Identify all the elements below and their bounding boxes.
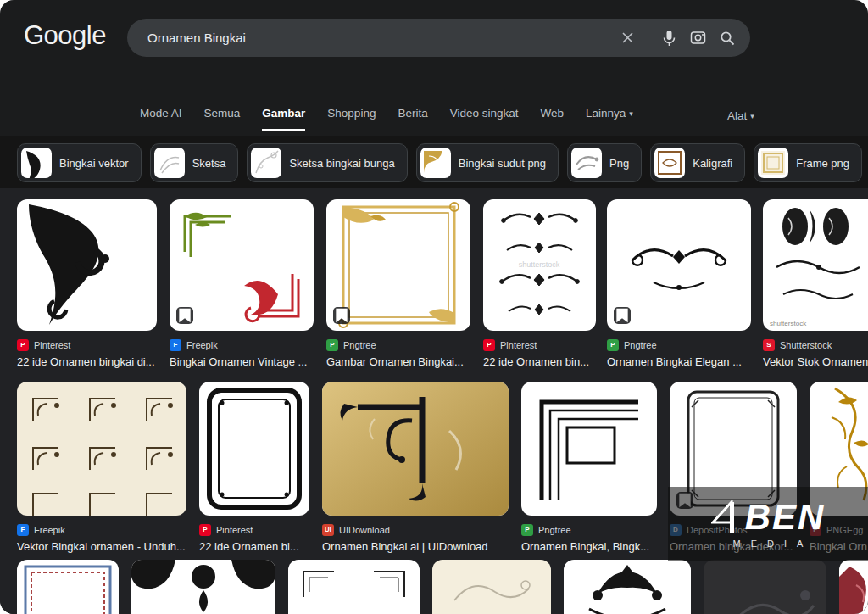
search-submit-button[interactable] <box>720 31 735 46</box>
search-bar[interactable]: Ornamen Bingkai <box>127 19 750 57</box>
source-name: Pngtree <box>343 340 376 350</box>
image-result-partial[interactable] <box>432 560 551 614</box>
save-badge-icon[interactable] <box>333 307 350 324</box>
image-result[interactable]: P Pngtree Ornamen Bingkai Elegan ... <box>607 199 751 368</box>
tab-semua[interactable]: Semua <box>204 107 241 129</box>
result-source[interactable]: S Shutterstock <box>763 338 868 351</box>
tab-lainnya[interactable]: Lainnya▾ <box>586 107 633 129</box>
save-badge-icon[interactable] <box>176 307 193 324</box>
filter-chip-sketsa[interactable]: Sketsa <box>150 143 239 182</box>
result-thumbnail[interactable] <box>131 560 275 614</box>
result-source[interactable]: P Pinterest <box>17 338 157 351</box>
tab-berita[interactable]: Berita <box>398 107 427 129</box>
result-thumbnail[interactable] <box>521 382 657 516</box>
result-thumbnail[interactable] <box>199 382 309 516</box>
image-result[interactable]: shutterstock P Pinterest 22 ide Ornamen … <box>483 199 596 368</box>
filter-chip-kaligrafi[interactable]: Kaligrafi <box>650 143 745 182</box>
result-thumbnail[interactable] <box>17 560 119 614</box>
image-result[interactable]: UI UIDownload Ornamen Bingkai ai | UIDow… <box>322 382 509 553</box>
result-source[interactable]: P Pngtree <box>607 338 751 351</box>
tab-shopping[interactable]: Shopping <box>327 107 376 129</box>
result-thumbnail[interactable] <box>607 199 751 331</box>
pngtree-favicon: P <box>607 339 619 351</box>
result-source[interactable]: F Freepik <box>170 338 314 351</box>
result-thumbnail[interactable]: shutterstock <box>483 199 596 331</box>
google-logo[interactable]: Google <box>24 20 106 51</box>
image-result[interactable]: P Pngtree Ornamen Bingkai, Bingk... <box>521 382 657 553</box>
filter-chip-bingkai-vektor[interactable]: Bingkai vektor <box>17 143 142 182</box>
source-name: Pngtree <box>538 525 571 535</box>
save-badge-icon[interactable] <box>676 492 693 509</box>
chip-thumbnail <box>420 148 451 178</box>
image-result-partial[interactable] <box>288 560 420 614</box>
bookmark-icon <box>676 492 693 509</box>
result-thumbnail[interactable] <box>326 199 470 331</box>
result-source[interactable]: P Pinterest <box>199 523 309 536</box>
filter-chip-png[interactable]: Png <box>567 143 642 182</box>
voice-search-button[interactable] <box>662 30 676 47</box>
result-source[interactable]: F Freepik <box>17 523 186 536</box>
result-title[interactable]: Vektor Bingkai ornamen - Unduh... <box>17 540 186 553</box>
result-title[interactable]: Bingkai Orn... <box>810 540 868 553</box>
save-badge-icon[interactable] <box>614 307 631 324</box>
result-thumbnail[interactable] <box>704 560 826 614</box>
tab-mode-ai[interactable]: Mode AI <box>140 107 182 129</box>
result-source[interactable]: P Pngtree <box>521 523 657 536</box>
tab-gambar[interactable]: Gambar <box>262 107 305 131</box>
gold-flourish-art <box>810 382 868 516</box>
tab-video-singkat[interactable]: Video singkat <box>450 107 519 129</box>
result-title[interactable]: 22 ide Ornamen bin... <box>483 355 596 368</box>
result-thumbnail[interactable] <box>670 382 797 516</box>
image-result-partial[interactable] <box>704 560 826 614</box>
result-title[interactable]: Ornamen Bingkai, Bingk... <box>521 540 657 553</box>
result-title[interactable]: 22 ide Ornamen bingkai di... <box>17 355 157 368</box>
image-result-partial[interactable] <box>131 560 275 614</box>
result-source[interactable]: UI UIDownload <box>322 523 509 536</box>
image-result[interactable]: F Freepik Vektor Bingkai ornamen - Unduh… <box>17 382 186 553</box>
result-title[interactable]: Ornamen Bingkai ai | UIDownload <box>322 540 509 553</box>
result-thumbnail[interactable] <box>322 382 509 516</box>
image-result-partial[interactable] <box>17 560 119 614</box>
image-result[interactable]: P Pinterest 22 ide Ornamen bingkai di... <box>17 199 157 368</box>
image-result[interactable]: P Pinterest 22 ide Ornamen bi... <box>199 382 309 553</box>
result-source[interactable]: P PNGEgg <box>810 523 868 536</box>
corner-ornament-art <box>21 148 52 178</box>
result-title[interactable]: 22 ide Ornamen bi... <box>199 540 309 553</box>
clear-icon[interactable] <box>621 31 634 44</box>
image-result[interactable]: D DepositPhotos Ornamen bingkai dekor... <box>670 382 797 553</box>
result-thumbnail[interactable] <box>288 560 420 614</box>
search-input[interactable]: Ornamen Bingkai <box>147 31 621 45</box>
result-thumbnail[interactable] <box>170 199 314 331</box>
result-title[interactable]: Gambar Ornamen Bingkai... <box>326 355 470 368</box>
image-result-partial[interactable] <box>564 560 691 614</box>
result-source[interactable]: P Pinterest <box>483 338 596 351</box>
result-source[interactable]: P Pngtree <box>326 338 470 351</box>
result-title[interactable]: Ornamen bingkai dekor... <box>670 540 797 553</box>
image-result[interactable]: F Freepik Bingkai Ornamen Vintage ... <box>170 199 314 368</box>
filter-chip-sketsa-bingkai-bunga[interactable]: Sketsa bingkai bunga <box>247 143 407 182</box>
lens-search-button[interactable] <box>690 30 706 46</box>
sketch-art <box>154 148 185 178</box>
result-title[interactable]: Bingkai Ornamen Vintage ... <box>170 355 314 368</box>
image-result[interactable]: P Pngtree Gambar Ornamen Bingkai... <box>326 199 470 368</box>
image-result-partial[interactable] <box>839 560 868 614</box>
result-thumbnail[interactable]: shutterstock <box>763 199 868 331</box>
corner-ornaments-grid-art <box>17 382 186 516</box>
google-images-results-page: Google Ornamen Bingkai <box>0 0 868 614</box>
result-thumbnail[interactable] <box>17 199 157 331</box>
result-title[interactable]: Vektor Stok Ornamen... <box>763 355 868 368</box>
image-result[interactable]: shutterstock S Shutterstock Vektor Stok … <box>763 199 868 368</box>
filter-chip-frame-png[interactable]: Frame png <box>754 143 862 182</box>
result-thumbnail[interactable] <box>810 382 868 516</box>
filter-chip-bingkai-sudut-png[interactable]: Bingkai sudut png <box>416 143 559 182</box>
image-result[interactable]: P PNGEgg Bingkai Orn... <box>810 382 868 553</box>
result-thumbnail[interactable] <box>17 382 186 516</box>
result-title[interactable]: Ornamen Bingkai Elegan ... <box>607 355 751 368</box>
result-source[interactable]: D DepositPhotos <box>670 523 797 536</box>
tab-web[interactable]: Web <box>541 107 565 129</box>
result-thumbnail[interactable] <box>564 560 691 614</box>
result-thumbnail[interactable] <box>839 560 868 614</box>
sketch-ornament-art <box>432 560 551 614</box>
tools-button[interactable]: Alat▾ <box>727 109 754 122</box>
result-thumbnail[interactable] <box>432 560 551 614</box>
